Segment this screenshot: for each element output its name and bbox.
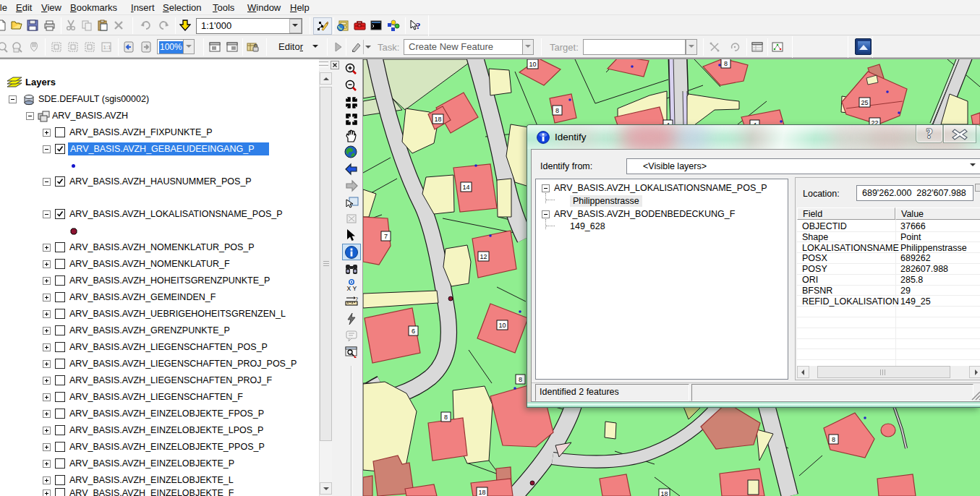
svg-text:?: ? xyxy=(355,296,358,302)
svg-text:10: 10 xyxy=(498,322,506,329)
svg-text:12: 12 xyxy=(480,253,487,260)
svg-text:18: 18 xyxy=(660,490,668,496)
svg-text:?: ? xyxy=(926,127,933,141)
svg-text:10: 10 xyxy=(529,61,536,68)
svg-text:8: 8 xyxy=(832,436,835,443)
svg-text:1:1: 1:1 xyxy=(103,44,112,51)
svg-text:X Y: X Y xyxy=(347,285,357,292)
svg-text:25: 25 xyxy=(861,99,868,106)
svg-text:8: 8 xyxy=(555,107,559,114)
svg-text:8: 8 xyxy=(724,60,728,67)
svg-text:7: 7 xyxy=(384,233,388,240)
svg-text:14: 14 xyxy=(462,184,469,191)
svg-text:18: 18 xyxy=(478,489,485,496)
svg-text:?: ? xyxy=(416,20,421,31)
svg-text:8: 8 xyxy=(444,414,448,421)
svg-text:8: 8 xyxy=(519,376,522,383)
svg-text:6: 6 xyxy=(412,328,415,335)
svg-text:18: 18 xyxy=(434,116,441,123)
